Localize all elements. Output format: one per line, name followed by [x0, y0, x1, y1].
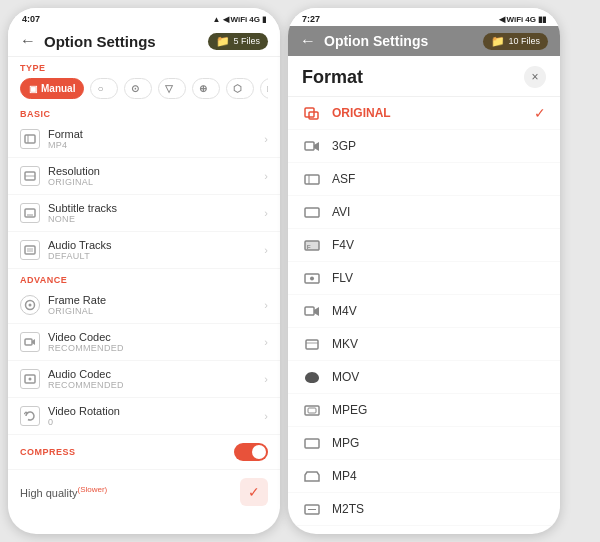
format-name-asf: ASF: [332, 172, 546, 186]
resolution-row[interactable]: Resolution ORIGINAL ›: [8, 158, 280, 195]
resolution-sub: ORIGINAL: [48, 177, 264, 187]
framerate-title: Frame Rate: [48, 294, 264, 306]
subtitle-chevron: ›: [264, 207, 268, 219]
hq-row: High quality(Slower) ✓: [8, 470, 280, 514]
page-title-right: Option Settings: [324, 33, 483, 49]
framerate-sub: ORIGINAL: [48, 306, 264, 316]
subtitle-title: Subtitle tracks: [48, 202, 264, 214]
audio-sub: DEFAULT: [48, 251, 264, 261]
format-item-mov[interactable]: MOV: [288, 361, 560, 394]
framerate-chevron: ›: [264, 299, 268, 311]
audiocodec-sub: RECOMMENDED: [48, 380, 264, 390]
format-item-original[interactable]: ORIGINAL ✓: [288, 97, 560, 130]
videorotation-row[interactable]: Video Rotation 0 ›: [8, 398, 280, 435]
format-chevron: ›: [264, 133, 268, 145]
format-item-mts[interactable]: MTS: [288, 526, 560, 534]
back-icon-left[interactable]: ←: [20, 32, 36, 50]
hq-check[interactable]: ✓: [240, 478, 268, 506]
left-phone: 4:07 ▲◀WiFi4G▮ ← Option Settings 📁 5 Fil…: [8, 8, 280, 534]
format-item-flv[interactable]: FLV: [288, 262, 560, 295]
type-btn-3[interactable]: ⊙: [124, 78, 152, 99]
format-name-f4v: F4V: [332, 238, 546, 252]
time-left: 4:07: [22, 14, 40, 24]
videocodec-row[interactable]: Video Codec RECOMMENDED ›: [8, 324, 280, 361]
format-item-asf[interactable]: ASF: [288, 163, 560, 196]
format-item-mpg[interactable]: MPG: [288, 427, 560, 460]
format-item-f4v[interactable]: F F4V: [288, 229, 560, 262]
svg-rect-4: [25, 209, 35, 217]
hq-superscript: (Slower): [77, 485, 107, 494]
format-item-3gp[interactable]: 3GP: [288, 130, 560, 163]
svg-point-13: [29, 378, 32, 381]
close-button[interactable]: ×: [524, 66, 546, 88]
format-name-3gp: 3GP: [332, 139, 546, 153]
format-name-avi: AVI: [332, 205, 546, 219]
videocodec-title: Video Codec: [48, 331, 264, 343]
format-item-m2ts[interactable]: M2TS: [288, 493, 560, 526]
close-icon: ×: [531, 70, 538, 84]
svg-rect-24: [305, 307, 314, 315]
audio-chevron: ›: [264, 244, 268, 256]
audio-text: Audio Tracks DEFAULT: [48, 239, 264, 261]
type-btn-6[interactable]: ⬡: [226, 78, 254, 99]
format-name-mp4: MP4: [332, 469, 546, 483]
format-icon-mpg: [302, 435, 322, 451]
format-text: Format MP4: [48, 128, 264, 150]
manual-label: Manual: [41, 83, 75, 94]
format-item-mkv[interactable]: MKV: [288, 328, 560, 361]
videorotation-sub: 0: [48, 417, 264, 427]
format-icon-f4v: F: [302, 237, 322, 253]
type-btn-4[interactable]: ▽: [158, 78, 186, 99]
compress-row: COMPRESS: [8, 435, 280, 470]
format-list: ORIGINAL ✓ 3GP ASF AVI F F4V FLV M4V MKV…: [288, 97, 560, 534]
back-icon-right[interactable]: ←: [300, 32, 316, 50]
format-icon-avi: [302, 204, 322, 220]
videocodec-chevron: ›: [264, 336, 268, 348]
videorotation-icon: [20, 406, 40, 426]
status-bar-left: 4:07 ▲◀WiFi4G▮: [8, 8, 280, 26]
audiocodec-title: Audio Codec: [48, 368, 264, 380]
type-btn-2[interactable]: ○: [90, 78, 118, 99]
framerate-icon: [20, 295, 40, 315]
resolution-title: Resolution: [48, 165, 264, 177]
resolution-icon: [20, 166, 40, 186]
type-icon-3: ⊙: [131, 83, 139, 94]
type-btn-5[interactable]: ⊕: [192, 78, 220, 99]
svg-rect-11: [25, 339, 32, 345]
svg-rect-0: [25, 135, 35, 143]
format-name-original: ORIGINAL: [332, 106, 534, 120]
svg-point-23: [310, 276, 314, 280]
format-item-mpeg[interactable]: MPEG: [288, 394, 560, 427]
format-item-avi[interactable]: AVI: [288, 196, 560, 229]
svg-point-10: [29, 304, 32, 307]
audiocodec-text: Audio Codec RECOMMENDED: [48, 368, 264, 390]
badge-text-right: 10 Files: [508, 36, 540, 46]
svg-rect-16: [305, 142, 314, 150]
format-icon-mpeg: [302, 402, 322, 418]
type-section: TYPE ▣ Manual ○ ⊙ ▽ ⊕ ⬡ □ ♡: [8, 57, 280, 103]
format-item-m4v[interactable]: M4V: [288, 295, 560, 328]
framerate-row[interactable]: Frame Rate ORIGINAL ›: [8, 287, 280, 324]
compress-toggle[interactable]: [234, 443, 268, 461]
videocodec-icon: [20, 332, 40, 352]
svg-text:F: F: [307, 244, 311, 250]
basic-label: BASIC: [8, 103, 280, 121]
settings-list: BASIC Format MP4 › Resolution ORIGINAL ›: [8, 103, 280, 534]
audiocodec-icon: [20, 369, 40, 389]
format-icon-original: [302, 105, 322, 121]
type-btn-7[interactable]: □: [260, 78, 268, 99]
subtitle-row[interactable]: Subtitle tracks NONE ›: [8, 195, 280, 232]
status-bar-right: 7:27 ◀WiFi4G▮▮: [288, 8, 560, 26]
type-btn-manual[interactable]: ▣ Manual: [20, 78, 84, 99]
manual-icon: ▣: [29, 84, 38, 94]
advance-label: ADVANCE: [8, 269, 280, 287]
format-icon-mp4: [302, 468, 322, 484]
badge-folder-icon: 📁: [216, 35, 230, 48]
format-row[interactable]: Format MP4 ›: [8, 121, 280, 158]
format-item-mp4[interactable]: MP4: [288, 460, 560, 493]
audio-row[interactable]: Audio Tracks DEFAULT ›: [8, 232, 280, 269]
audiocodec-row[interactable]: Audio Codec RECOMMENDED ›: [8, 361, 280, 398]
audio-title: Audio Tracks: [48, 239, 264, 251]
svg-rect-6: [25, 246, 35, 254]
format-icon-flv: [302, 270, 322, 286]
